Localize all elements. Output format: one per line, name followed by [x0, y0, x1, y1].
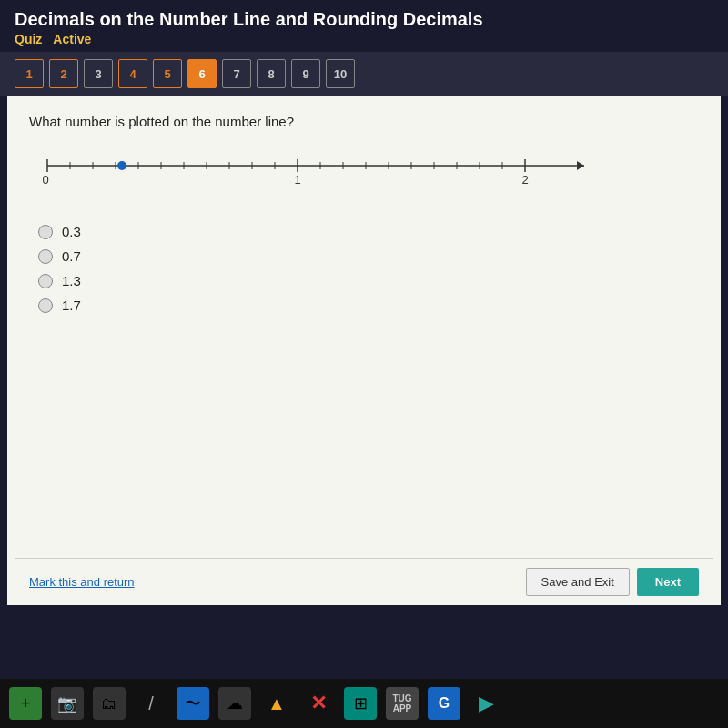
question-nav-btn-6[interactable]: 6: [187, 59, 217, 88]
svg-marker-1: [577, 161, 584, 170]
quiz-label: Quiz: [15, 32, 42, 46]
svg-text:2: 2: [521, 173, 528, 187]
taskbar-icon-cloud[interactable]: ☁: [218, 687, 251, 720]
svg-text:1: 1: [294, 173, 300, 187]
choice-item-2[interactable]: 1.3: [38, 273, 699, 288]
taskbar-icon-wave[interactable]: 〜: [177, 687, 209, 720]
question-nav-btn-4[interactable]: 4: [118, 59, 147, 88]
svg-point-27: [117, 161, 126, 170]
choice-label-2: 1.3: [62, 273, 81, 288]
taskbar-icon-slash[interactable]: /: [135, 687, 167, 720]
taskbar-icon-google[interactable]: G: [428, 687, 460, 720]
question-text: What number is plotted on the number lin…: [29, 114, 699, 129]
question-nav-btn-7[interactable]: 7: [222, 59, 251, 88]
svg-text:0: 0: [42, 173, 48, 187]
footer: Mark this and return Save and Exit Next: [15, 558, 713, 605]
status-label: Active: [53, 32, 91, 46]
taskbar-icon-arrow[interactable]: ▶: [470, 687, 502, 720]
number-line-svg: 0 1 2: [38, 147, 602, 193]
taskbar-icon-camera[interactable]: 📷: [51, 687, 84, 720]
question-nav-btn-10[interactable]: 10: [326, 59, 355, 88]
question-nav: 12345678910: [0, 52, 728, 96]
next-button[interactable]: Next: [637, 568, 699, 596]
question-nav-btn-3[interactable]: 3: [84, 59, 113, 88]
radio-0[interactable]: [38, 225, 53, 239]
question-nav-btn-8[interactable]: 8: [257, 59, 286, 88]
taskbar-icon-plus[interactable]: +: [9, 687, 42, 720]
save-exit-button[interactable]: Save and Exit: [526, 568, 630, 596]
mark-return-link[interactable]: Mark this and return: [29, 575, 135, 589]
main-content: What number is plotted on the number lin…: [7, 96, 721, 605]
question-nav-btn-1[interactable]: 1: [15, 59, 44, 88]
taskbar-icon-apps[interactable]: ⊞: [344, 687, 377, 720]
taskbar-icon-drive[interactable]: ▲: [260, 687, 293, 720]
choice-item-0[interactable]: 0.3: [38, 224, 699, 239]
radio-3[interactable]: [38, 298, 53, 313]
radio-1[interactable]: [38, 249, 53, 264]
taskbar-icon-x[interactable]: ✕: [302, 687, 335, 720]
question-nav-btn-2[interactable]: 2: [49, 59, 78, 88]
footer-buttons: Save and Exit Next: [526, 568, 699, 596]
question-nav-btn-9[interactable]: 9: [291, 59, 320, 88]
choice-label-0: 0.3: [62, 224, 81, 239]
choice-label-3: 1.7: [62, 298, 81, 313]
radio-2[interactable]: [38, 274, 53, 288]
taskbar: + 📷 🗂 / 〜 ☁ ▲ ✕ ⊞ TUGAPP G ▶: [0, 679, 728, 728]
taskbar-icon-text[interactable]: TUGAPP: [386, 687, 419, 720]
page-title: Decimals on the Number Line and Rounding…: [15, 9, 713, 30]
choice-label-1: 0.7: [62, 248, 81, 264]
header: Decimals on the Number Line and Rounding…: [0, 0, 728, 52]
choice-item-3[interactable]: 1.7: [38, 298, 699, 313]
choices: 0.30.71.31.7: [38, 224, 699, 313]
question-nav-btn-5[interactable]: 5: [153, 59, 182, 88]
taskbar-icon-folder[interactable]: 🗂: [93, 687, 126, 720]
number-line-container: 0 1 2: [38, 147, 699, 202]
choice-item-1[interactable]: 0.7: [38, 248, 699, 264]
